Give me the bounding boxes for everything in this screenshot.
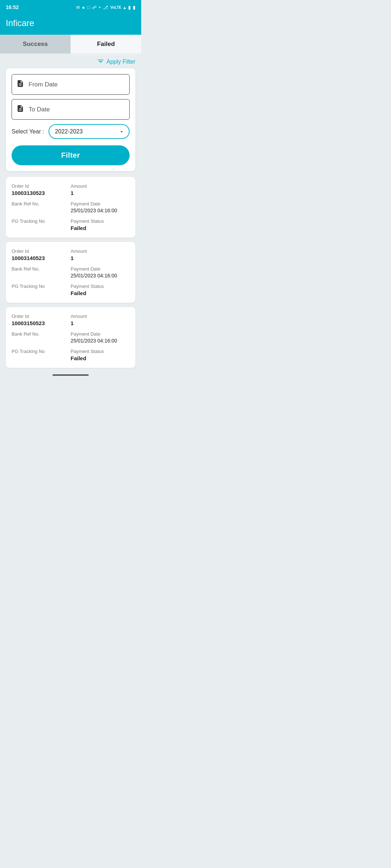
transaction-card-2: Order Id 10003150523 Amount 1 Bank Ref N… [6,307,135,368]
bell-icon: ● [82,5,85,10]
from-date-input[interactable]: From Date [12,74,130,95]
status-time: 16:52 [6,4,19,10]
payment-date-value: 25/01/2023 04:16:00 [71,273,130,278]
payment-status-value: Failed [71,225,130,231]
year-dropdown[interactable]: 2022-2023 2021-2022 2020-2021 [49,124,130,139]
payment-status-col: Payment Status Failed [71,218,130,231]
card-row-bank-date: Bank Ref No. Payment Date 25/01/2023 04:… [12,331,130,344]
amount-label: Amount [71,248,130,254]
payment-date-col: Payment Date 25/01/2023 04:16:00 [71,331,130,344]
order-id-label: Order Id [12,183,71,189]
pg-tracking-col: PG Tracking No [12,218,71,231]
card-row-pg-status: PG Tracking No Payment Status Failed [12,349,130,361]
card-row-order-amount: Order Id 10003150523 Amount 1 [12,314,130,326]
amount-label: Amount [71,183,130,189]
order-id-label: Order Id [12,314,71,319]
amount-value: 1 [71,190,130,196]
dot-icon: • [99,5,101,10]
order-id-col: Order Id 10003150523 [12,314,71,326]
card-row-order-amount: Order Id 10003130523 Amount 1 [12,183,130,196]
bank-ref-col: Bank Ref No. [12,266,71,278]
card-row-order-amount: Order Id 10003140523 Amount 1 [12,248,130,261]
clipboard-icon: ☍ [92,5,97,10]
amount-value: 1 [71,320,130,326]
payment-date-col: Payment Date 25/01/2023 04:16:00 [71,201,130,213]
payment-date-label: Payment Date [71,331,130,337]
apply-filter-button[interactable]: Apply Filter [106,59,135,65]
volte-icon: VoLTE [110,5,121,9]
status-bar: 16:52 ✉ ● □ ☍ • ⎇ VoLTE ▴ ▮ ▮ [0,0,141,14]
order-id-value: 10003150523 [12,320,71,326]
to-date-icon [16,105,24,114]
order-id-value: 10003140523 [12,255,71,261]
amount-col: Amount 1 [71,248,130,261]
filter-card: From Date To Date Select Year : 2022-202… [6,68,135,171]
bluetooth-icon: ⎇ [103,5,108,10]
from-date-icon [16,80,24,89]
from-date-placeholder: From Date [29,81,58,88]
filter-button[interactable]: Filter [12,145,130,165]
tabs-container: Success Failed [0,35,141,54]
amount-col: Amount 1 [71,183,130,196]
pg-tracking-label: PG Tracking No [12,284,71,289]
msg-icon: ✉ [76,5,80,10]
payment-status-label: Payment Status [71,218,130,224]
pg-tracking-label: PG Tracking No [12,349,71,354]
pg-tracking-col: PG Tracking No [12,349,71,361]
payment-status-col: Payment Status Failed [71,284,130,296]
bank-ref-col: Bank Ref No. [12,331,71,344]
card-row-pg-status: PG Tracking No Payment Status Failed [12,218,130,231]
bank-ref-label: Bank Ref No. [12,266,71,272]
card-row-bank-date: Bank Ref No. Payment Date 25/01/2023 04:… [12,266,130,278]
select-year-label: Select Year : [12,128,44,135]
to-date-placeholder: To Date [29,106,50,113]
app-header: Inficare [0,14,141,35]
app-title: Inficare [6,18,34,28]
bank-ref-col: Bank Ref No. [12,201,71,213]
payment-date-value: 25/01/2023 04:16:00 [71,208,130,213]
pg-tracking-col: PG Tracking No [12,284,71,296]
order-id-col: Order Id 10003140523 [12,248,71,261]
signal-icon: ▮ [128,5,131,10]
filter-row: Apply Filter [0,54,141,68]
bottom-nav-indicator [52,374,89,376]
filter-icon [97,57,104,66]
payment-status-value: Failed [71,290,130,296]
order-id-label: Order Id [12,248,71,254]
payment-date-label: Payment Date [71,201,130,207]
bank-ref-label: Bank Ref No. [12,201,71,207]
transactions-container: Order Id 10003130523 Amount 1 Bank Ref N… [0,177,141,368]
order-id-value: 10003130523 [12,190,71,196]
pg-tracking-label: PG Tracking No [12,218,71,224]
amount-value: 1 [71,255,130,261]
payment-status-col: Payment Status Failed [71,349,130,361]
select-year-row: Select Year : 2022-2023 2021-2022 2020-2… [12,124,130,139]
order-id-col: Order Id 10003130523 [12,183,71,196]
amount-label: Amount [71,314,130,319]
payment-date-col: Payment Date 25/01/2023 04:16:00 [71,266,130,278]
payment-date-value: 25/01/2023 04:16:00 [71,338,130,344]
tab-failed[interactable]: Failed [71,35,141,54]
instagram-icon: □ [87,5,90,10]
payment-date-label: Payment Date [71,266,130,272]
card-row-bank-date: Bank Ref No. Payment Date 25/01/2023 04:… [12,201,130,213]
payment-status-label: Payment Status [71,349,130,354]
card-row-pg-status: PG Tracking No Payment Status Failed [12,284,130,296]
wifi-icon: ▴ [123,5,126,10]
bank-ref-label: Bank Ref No. [12,331,71,337]
transaction-card-1: Order Id 10003140523 Amount 1 Bank Ref N… [6,242,135,303]
tab-success[interactable]: Success [0,35,71,54]
transaction-card-0: Order Id 10003130523 Amount 1 Bank Ref N… [6,177,135,238]
payment-status-value: Failed [71,355,130,361]
status-icons: ✉ ● □ ☍ • ⎇ VoLTE ▴ ▮ ▮ [76,5,135,10]
to-date-input[interactable]: To Date [12,99,130,120]
payment-status-label: Payment Status [71,284,130,289]
amount-col: Amount 1 [71,314,130,326]
battery-icon: ▮ [133,5,135,10]
